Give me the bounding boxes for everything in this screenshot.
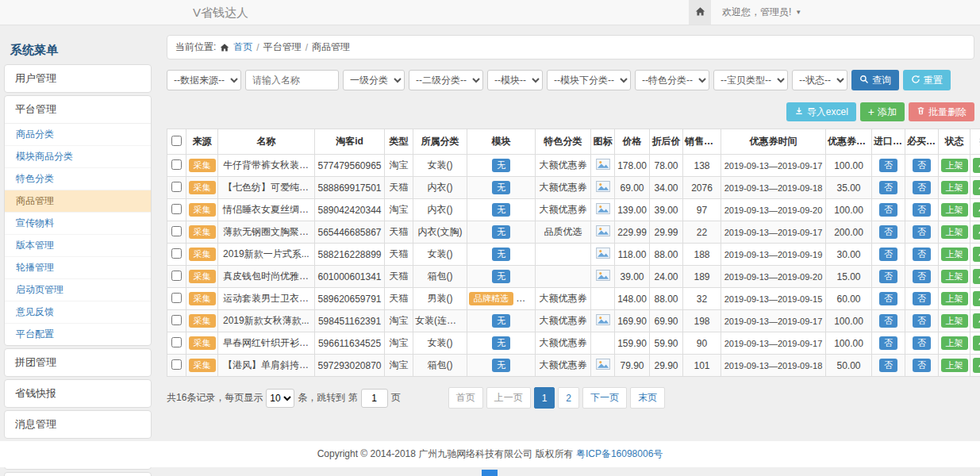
records-summary-suffix: 页 <box>391 391 401 405</box>
user-menu[interactable]: 欢迎您，管理员! ▼ <box>711 0 813 25</box>
submenu-item-5[interactable]: 版本管理 <box>5 235 151 257</box>
submenu-item-2[interactable]: 特色分类 <box>5 168 151 190</box>
must-buy-toggle[interactable]: 否 <box>913 359 931 372</box>
status-toggle[interactable]: 上架 <box>941 359 968 372</box>
status-toggle[interactable]: 上架 <box>941 203 968 217</box>
row-checkbox[interactable] <box>171 248 182 259</box>
sales-count: 32 <box>683 288 721 310</box>
row-checkbox[interactable] <box>171 159 182 170</box>
imported-toggle[interactable]: 否 <box>879 336 897 350</box>
page-button-5[interactable]: 末页 <box>630 387 665 409</box>
filter-select-3[interactable]: --模块-- <box>487 70 543 90</box>
row-checkbox[interactable] <box>171 359 182 370</box>
submenu-item-3[interactable]: 商品管理 <box>5 190 151 213</box>
status-toggle[interactable]: 上架 <box>941 248 968 261</box>
submenu-item-1[interactable]: 模块商品分类 <box>5 146 151 168</box>
edit-button[interactable] <box>973 291 980 306</box>
sidebar-item-0[interactable]: 用户管理 <box>5 65 151 92</box>
filter-select-1[interactable]: 一级分类 <box>343 70 405 90</box>
submenu-item-7[interactable]: 启动页管理 <box>5 279 151 301</box>
row-checkbox[interactable] <box>171 182 182 192</box>
submenu-item-4[interactable]: 宣传物料 <box>5 213 151 235</box>
sidebar-item-6[interactable]: 兑换管理 <box>5 473 151 476</box>
filter-select-2[interactable]: --二级分类-- <box>409 70 483 90</box>
must-buy-toggle[interactable]: 否 <box>913 270 931 283</box>
status-toggle[interactable]: 上架 <box>941 292 968 305</box>
filter-select-0[interactable]: --数据来源-- <box>167 70 241 90</box>
status-toggle[interactable]: 上架 <box>941 181 968 194</box>
sidebar-item-4[interactable]: 消息管理 <box>5 411 151 438</box>
platform-type: 天猫 <box>385 244 413 266</box>
status-toggle[interactable]: 上架 <box>941 314 968 328</box>
reset-button[interactable]: 重置 <box>903 70 951 90</box>
submenu-item-6[interactable]: 轮播管理 <box>5 257 151 279</box>
edit-button[interactable] <box>973 269 980 284</box>
imported-toggle[interactable]: 否 <box>879 359 897 372</box>
page-button-3[interactable]: 2 <box>558 387 579 409</box>
status-toggle[interactable]: 上架 <box>941 225 968 239</box>
sidebar-item-3[interactable]: 省钱快报 <box>5 380 151 407</box>
sidebar-item-1[interactable]: 平台管理 <box>5 96 151 123</box>
imported-toggle[interactable]: 否 <box>879 292 897 305</box>
must-buy-toggle[interactable]: 否 <box>913 336 931 350</box>
table-row: 采集【七色纺】可爱纯棉家...588869917501天猫内衣()无大额优惠券6… <box>167 177 980 199</box>
edit-button[interactable] <box>973 313 980 328</box>
imported-toggle[interactable]: 否 <box>879 248 897 261</box>
sales-count: 188 <box>683 244 721 266</box>
edit-button[interactable] <box>973 225 980 240</box>
status-toggle[interactable]: 上架 <box>941 270 968 283</box>
page-button-1[interactable]: 上一页 <box>486 387 531 409</box>
cell-status: 上架 <box>939 332 970 355</box>
filter-select-5[interactable]: --特色分类-- <box>635 70 709 90</box>
must-buy-toggle[interactable]: 否 <box>913 225 931 239</box>
imported-toggle[interactable]: 否 <box>879 203 897 217</box>
must-buy-toggle[interactable]: 否 <box>913 248 931 261</box>
status-toggle[interactable]: 上架 <box>941 336 968 350</box>
imported-toggle[interactable]: 否 <box>879 181 897 194</box>
submenu-item-9[interactable]: 平台配置 <box>5 324 151 345</box>
must-buy-toggle[interactable]: 否 <box>913 292 931 305</box>
imported-toggle[interactable]: 否 <box>879 225 897 239</box>
row-checkbox[interactable] <box>171 226 182 236</box>
breadcrumb-home-link[interactable]: 首页 <box>233 40 252 54</box>
edit-button[interactable] <box>973 358 980 373</box>
batch-delete-button[interactable]: 批量删除 <box>909 102 974 121</box>
sidebar-item-2[interactable]: 拼团管理 <box>5 349 151 376</box>
edit-button[interactable] <box>973 336 980 351</box>
row-checkbox[interactable] <box>171 271 182 281</box>
row-checkbox[interactable] <box>171 337 182 347</box>
page-button-0[interactable]: 首页 <box>448 387 483 409</box>
must-buy-toggle[interactable]: 否 <box>913 314 931 328</box>
edit-button[interactable] <box>973 202 980 217</box>
edit-button[interactable] <box>973 247 980 262</box>
edit-button[interactable] <box>973 158 980 173</box>
row-checkbox[interactable] <box>171 204 182 214</box>
home-button[interactable] <box>689 0 711 25</box>
filter-select-4[interactable]: --模块下分类-- <box>547 70 631 90</box>
submenu-item-8[interactable]: 意见反馈 <box>5 301 151 324</box>
imported-toggle[interactable]: 否 <box>879 270 897 283</box>
search-button[interactable]: 查询 <box>851 70 899 90</box>
icp-link[interactable]: 粤ICP备16098006号 <box>576 448 663 459</box>
edit-button[interactable] <box>973 180 980 195</box>
filter-select-7[interactable]: --状态-- <box>792 70 847 90</box>
row-checkbox[interactable] <box>171 315 182 325</box>
submenu-item-0[interactable]: 商品分类 <box>5 124 151 146</box>
select-all-checkbox[interactable] <box>171 136 182 146</box>
imported-toggle[interactable]: 否 <box>879 159 897 172</box>
filter-select-6[interactable]: --宝贝类型-- <box>713 70 788 90</box>
must-buy-toggle[interactable]: 否 <box>913 159 931 172</box>
page-button-4[interactable]: 下一页 <box>582 387 627 409</box>
name-search-input[interactable] <box>245 70 339 90</box>
page-button-2[interactable]: 1 <box>534 387 555 409</box>
add-button[interactable]: + 添加 <box>860 102 905 121</box>
jump-page-input[interactable] <box>361 389 388 408</box>
status-toggle[interactable]: 上架 <box>941 159 968 172</box>
must-buy-toggle[interactable]: 否 <box>913 181 931 194</box>
per-page-select[interactable]: 10 <box>266 389 294 408</box>
import-excel-button[interactable]: 导入excel <box>786 102 856 121</box>
must-buy-toggle[interactable]: 否 <box>913 203 931 217</box>
taoke-id: 598451162391 <box>315 310 385 332</box>
row-checkbox[interactable] <box>171 293 182 303</box>
imported-toggle[interactable]: 否 <box>879 314 897 328</box>
